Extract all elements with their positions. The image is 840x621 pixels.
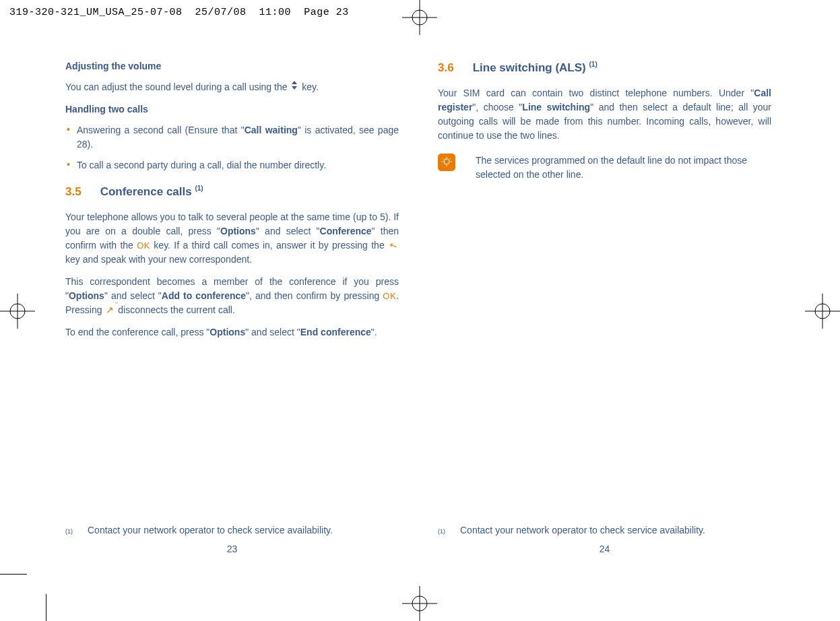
bullet-icon: •	[67, 123, 70, 137]
footnote-marker: (1)	[65, 527, 73, 537]
note-text: The services programmed on the default l…	[476, 154, 771, 182]
svg-line-17	[443, 158, 444, 160]
page-number-left: 23	[65, 542, 399, 556]
footnote-marker: (1)	[438, 527, 445, 537]
call-key-icon: ↖	[387, 237, 399, 253]
end-key-icon: ↗⊙	[106, 303, 114, 317]
footnote-text: Contact your network operator to check s…	[460, 523, 705, 537]
footnote-left: (1) Contact your network operator to che…	[65, 523, 399, 537]
crop-mark-v	[46, 594, 46, 621]
page-right: 3.6 Line switching (ALS) (1) Your SIM ca…	[438, 54, 771, 552]
text-bold: Options	[69, 290, 104, 301]
list-item: • Answering a second call (Ensure that "…	[65, 123, 399, 152]
text: Line switching (ALS)	[473, 61, 589, 74]
section-number: 3.5	[65, 183, 82, 201]
text-bold: End conference	[300, 327, 371, 337]
footnote-text: Contact your network operator to check s…	[88, 523, 333, 537]
paragraph-volume: You can adjust the sound level during a …	[65, 80, 399, 94]
text: " and select "	[104, 290, 162, 301]
text: ".	[371, 327, 377, 337]
text: You can adjust the sound level during a …	[65, 81, 290, 92]
lightbulb-icon	[438, 154, 455, 171]
text: key.	[299, 81, 319, 92]
paragraph-conference-2: This correspondent becomes a member of t…	[65, 275, 399, 317]
header-time: 11:00	[259, 7, 292, 18]
section-title: Line switching (ALS) (1)	[473, 59, 597, 77]
text: Your SIM card can contain two distinct t…	[438, 88, 754, 98]
page-left: Adjusting the volume You can adjust the …	[65, 54, 399, 552]
superscript: (1)	[589, 61, 597, 68]
text-bold: Line switching	[522, 102, 590, 112]
header-page: Page 23	[304, 7, 349, 18]
ok-key-icon: OK	[383, 291, 396, 301]
header-date: 25/07/08	[195, 7, 247, 18]
text-bold: Options	[209, 327, 245, 337]
text: " and select "	[256, 226, 320, 236]
text: " and select "	[245, 327, 300, 337]
bullet-list: • Answering a second call (Ensure that "…	[65, 123, 399, 172]
text: key and speak with your new corresponden…	[65, 254, 252, 265]
text: To end the conference call, press "	[65, 327, 209, 337]
registration-mark-bottom	[402, 586, 437, 621]
heading-adjusting-volume: Adjusting the volume	[65, 59, 399, 73]
ok-key-icon: OK	[137, 240, 150, 251]
bullet-text: To call a second party during a call, di…	[77, 158, 399, 172]
page-number-right: 24	[438, 542, 771, 556]
text: disconnects the current call.	[115, 304, 234, 315]
paragraph-conference-3: To end the conference call, press "Optio…	[65, 325, 399, 339]
superscript: (1)	[195, 185, 203, 192]
registration-mark-left	[0, 294, 35, 329]
paragraph-als: Your SIM card can contain two distinct t…	[438, 86, 771, 143]
text-bold: Conference	[320, 226, 372, 236]
section-number: 3.6	[438, 59, 454, 77]
heading-two-calls: Handling two calls	[65, 102, 399, 117]
footnote-right: (1) Contact your network operator to che…	[438, 523, 771, 537]
svg-point-12	[444, 159, 449, 164]
text: Conference calls	[100, 185, 195, 198]
svg-line-18	[450, 158, 451, 160]
text-bold: Add to conference	[162, 290, 246, 301]
section-heading-3-6: 3.6 Line switching (ALS) (1)	[438, 59, 771, 77]
registration-mark-top	[402, 0, 437, 35]
paragraph-conference-1: Your telephone allows you to talk to sev…	[65, 210, 399, 267]
bullet-text: Answering a second call (Ensure that "Ca…	[77, 123, 399, 152]
section-heading-3-5: 3.5 Conference calls (1)	[65, 183, 399, 201]
text: To call a second party during a call, di…	[77, 160, 326, 170]
text: ", and then confirm by pressing	[246, 290, 383, 301]
crop-mark-h	[0, 574, 27, 575]
text-bold: Call waiting	[245, 125, 298, 135]
text-bold: Options	[220, 226, 256, 236]
header-filename: 319-320-321_UM_USA_25-07-08	[9, 7, 183, 18]
note-box: The services programmed on the default l…	[438, 154, 771, 182]
list-item: • To call a second party during a call, …	[65, 158, 399, 172]
text: Answering a second call (Ensure that "	[77, 125, 245, 135]
text: ", choose "	[472, 102, 522, 112]
section-title: Conference calls (1)	[100, 183, 203, 201]
bullet-icon: •	[67, 158, 70, 172]
registration-mark-right	[805, 294, 840, 329]
text: key. If a third call comes in, answer it…	[150, 240, 388, 251]
